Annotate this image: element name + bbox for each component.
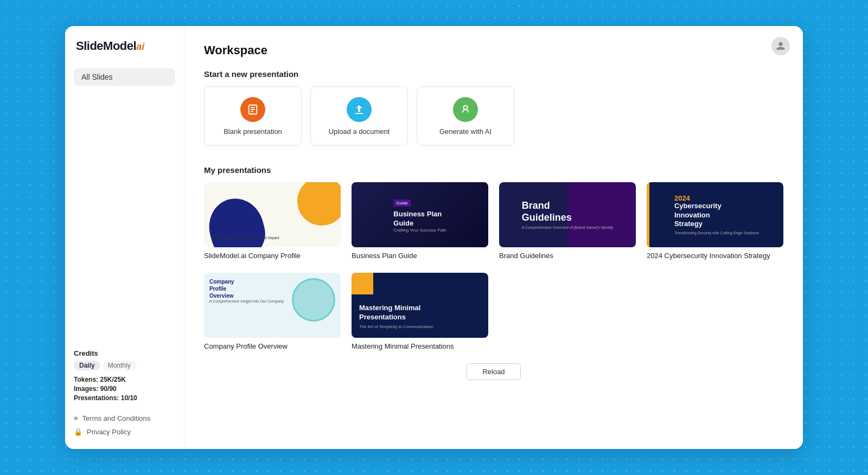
new-card-blank[interactable]: Blank presentation	[204, 86, 302, 146]
credits-stat-presentations: Presentations: 10/10	[74, 394, 175, 402]
tokens-value: 25K/25K	[100, 376, 125, 383]
thumb-business-plan: Guide Business PlanGuide Crafting Your S…	[352, 182, 488, 247]
images-value: 90/90	[100, 385, 117, 393]
credits-tab-monthly[interactable]: Monthly	[103, 361, 136, 370]
thumb-minimal: Mastering MinimalPresentations The Art o…	[352, 273, 488, 338]
thumb-company-profile: SlideModel.aiCompany Profile An Overview…	[204, 182, 341, 247]
upload-label: Upload a document	[329, 127, 390, 136]
terms-label: Terms and Conditions	[82, 414, 151, 422]
svg-point-6	[463, 106, 464, 107]
svg-point-7	[467, 106, 468, 107]
pres-card-brand[interactable]: BrandGuidelines A Comprehensive Overview…	[499, 182, 636, 260]
pres-title-minimal: Mastering Minimal Presentations	[352, 342, 488, 350]
terms-icon: ≡	[74, 414, 78, 422]
sidebar-nav: All Slides	[74, 68, 175, 338]
upload-icon	[347, 97, 372, 122]
user-avatar[interactable]	[771, 37, 790, 55]
sidebar-footer: ≡ Terms and Conditions 🔒 Privacy Policy	[74, 414, 175, 436]
pres-title-business-plan: Business Plan Guide	[352, 252, 488, 260]
new-card-upload[interactable]: Upload a document	[310, 86, 408, 146]
pres-card-cyber[interactable]: 2024 CybersecurityInnovationStrategy Tra…	[647, 182, 783, 260]
thumb-overview: CompanyProfileOverview A Comprehensive I…	[204, 273, 341, 338]
reload-button[interactable]: Reload	[467, 363, 520, 380]
logo-ai: ai	[136, 41, 144, 52]
credits-tabs: Daily Monthly	[74, 361, 175, 370]
page-title: Workspace	[204, 43, 783, 57]
sidebar: SlideModelai All Slides Credits Daily Mo…	[65, 26, 184, 449]
pres-card-company-profile[interactable]: SlideModel.aiCompany Profile An Overview…	[204, 182, 341, 260]
pres-title-cyber: 2024 Cybersecurity Innovation Strategy	[647, 252, 783, 260]
presentations-value: 10/10	[121, 394, 137, 402]
svg-point-5	[463, 105, 467, 109]
sidebar-item-all-slides[interactable]: All Slides	[74, 68, 175, 86]
presentations-grid-row1: SlideModel.aiCompany Profile An Overview…	[204, 182, 783, 260]
section-new-title: Start a new presentation	[204, 69, 783, 79]
thumb-cyber: 2024 CybersecurityInnovationStrategy Tra…	[647, 182, 783, 247]
privacy-label: Privacy Policy	[87, 428, 131, 436]
reload-area: Reload	[204, 363, 783, 380]
terms-link[interactable]: ≡ Terms and Conditions	[74, 414, 175, 422]
credits-title: Credits	[74, 349, 175, 357]
new-card-ai[interactable]: Generate with AI	[417, 86, 514, 146]
section-my-title: My presentations	[204, 165, 783, 175]
pres-title-overview: Company Profile Overview	[204, 342, 341, 350]
pres-title-company-profile: SlideModel.ai Company Profile	[204, 252, 341, 260]
ai-icon	[453, 97, 478, 122]
blank-label: Blank presentation	[224, 127, 282, 136]
credits-tab-daily[interactable]: Daily	[74, 361, 100, 370]
presentations-grid-row2: CompanyProfileOverview A Comprehensive I…	[204, 273, 783, 350]
pres-title-brand: Brand Guidelines	[499, 252, 636, 260]
main-content: Workspace Start a new presentation Blank…	[184, 26, 803, 449]
credits-stat-tokens: Tokens: 25K/25K	[74, 376, 175, 383]
thumb-brand: BrandGuidelines A Comprehensive Overview…	[499, 182, 636, 247]
pres-card-minimal[interactable]: Mastering MinimalPresentations The Art o…	[352, 273, 488, 350]
credits-section: Credits Daily Monthly Tokens: 25K/25K Im…	[74, 338, 175, 403]
logo-text: SlideModel	[76, 39, 136, 53]
logo: SlideModelai	[74, 39, 175, 53]
pres-card-overview[interactable]: CompanyProfileOverview A Comprehensive I…	[204, 273, 341, 350]
privacy-icon: 🔒	[74, 428, 82, 436]
svg-rect-4	[355, 113, 363, 114]
credits-stat-images: Images: 90/90	[74, 385, 175, 393]
privacy-link[interactable]: 🔒 Privacy Policy	[74, 428, 175, 436]
new-presentation-row: Blank presentation Upload a document	[204, 86, 783, 146]
ai-label: Generate with AI	[439, 127, 492, 136]
pres-card-business-plan[interactable]: Guide Business PlanGuide Crafting Your S…	[352, 182, 488, 260]
blank-icon	[240, 97, 265, 122]
